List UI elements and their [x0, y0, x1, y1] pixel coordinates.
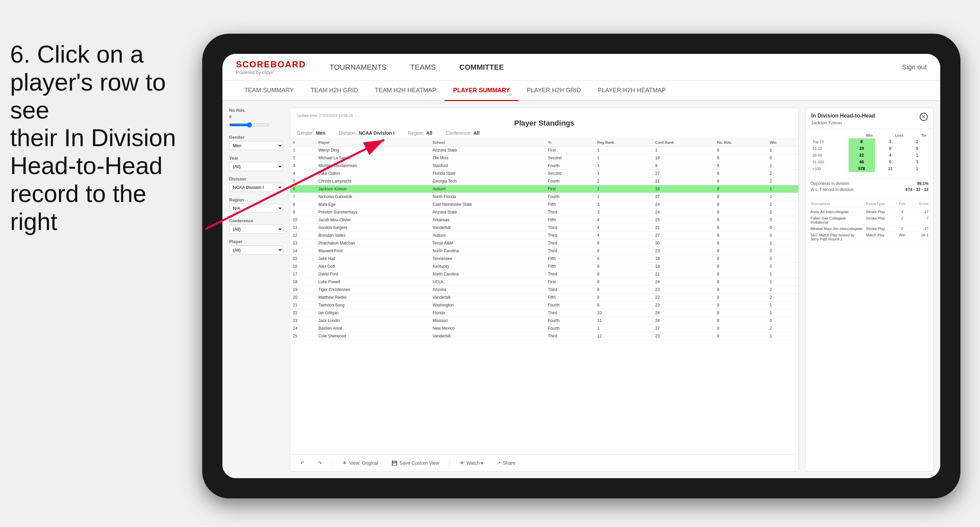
cell-yr: Fifth [545, 263, 595, 270]
tourn-name: Fallen Oak Collegiate Invitational [810, 216, 864, 224]
cell-reg: 1 [595, 162, 652, 170]
table-row[interactable]: 11 Gordon Sargent Vanderbilt Third 4 21 … [290, 224, 799, 232]
cell-yr: Third [545, 232, 595, 240]
nav-committee[interactable]: COMMITTEE [456, 54, 507, 81]
region-select[interactable]: N/A [229, 204, 283, 213]
cell-player: Wenyi Ding [316, 146, 430, 154]
table-row[interactable]: 22 Ian Gilligan Florida Third 10 24 8 1 [290, 309, 799, 317]
cell-yr: Fourth [545, 162, 595, 170]
sub-nav-player-h2h-grid[interactable]: PLAYER H2H GRID [518, 81, 589, 101]
cell-reg: 6 [595, 240, 652, 247]
cell-win: 2 [767, 325, 799, 332]
nav-teams[interactable]: TEAMS [407, 54, 439, 81]
table-row[interactable]: 24 Bastien Amat New Mexico Fourth 1 27 8… [290, 325, 799, 332]
h2h-tournaments: Tournament Event Type Pos Score Amer Ari… [806, 202, 933, 471]
table-row[interactable]: 14 Maxwell Ford North Carolina Third 6 2… [290, 247, 799, 255]
h2h-tie: 1 [906, 165, 929, 172]
table-row[interactable]: 10 Jacob Mou-Olivier Arkansas Fifth 4 25… [290, 216, 799, 224]
cell-num: 18 [290, 278, 316, 286]
table-row[interactable]: 9 Preston Summerhays Arizona State Third… [290, 208, 799, 216]
cell-conf: 24 [652, 317, 714, 325]
cell-win: 2 [767, 170, 799, 178]
panel-header: Update time: 27/03/2024 16:56:26 Player … [290, 108, 799, 139]
cell-player: Jackson Koivun [316, 185, 430, 193]
cell-reg: 1 [595, 193, 652, 201]
view-btn[interactable]: 👁 View: Original [339, 459, 382, 467]
gender-select[interactable]: Men [229, 141, 283, 150]
nav-tournaments[interactable]: TOURNAMENTS [326, 54, 390, 81]
sub-nav-player-summary[interactable]: PLAYER SUMMARY [444, 81, 518, 101]
undo-btn[interactable]: ↶ [297, 459, 308, 467]
table-row[interactable]: 23 Jack Lundin Missouri Fourth 11 24 8 0 [290, 317, 799, 325]
cell-win: 1 [767, 270, 799, 278]
cell-num: 15 [290, 255, 316, 263]
share-btn[interactable]: ↗ Share [493, 459, 519, 467]
cell-num: 13 [290, 240, 316, 247]
table-row[interactable]: 5 Christo Lamprecht Georgia Tech Fourth … [290, 178, 799, 185]
filter-conference: Conference: All [446, 130, 480, 136]
table-row[interactable]: 18 Luke Powell UCLA First 8 24 8 1 [290, 278, 799, 286]
cell-school: Arizona [430, 286, 545, 294]
h2h-stats: Opponents in division: 98.1% W-L-T recor… [806, 181, 933, 196]
cell-school: Texas A&M [430, 240, 545, 247]
player-select[interactable]: (All) [229, 246, 283, 255]
cell-yr: Fifth [545, 216, 595, 224]
division-select[interactable]: NCAA Division I [229, 183, 283, 192]
cell-player: Tiger Christensen [316, 286, 430, 294]
table-row[interactable]: 6 Jackson Koivun Auburn First 1 18 8 1 [290, 185, 799, 193]
table-row[interactable]: 17 David Ford North Carolina Third 8 21 … [290, 270, 799, 278]
table-row[interactable]: 7 Nicholas Gabrelcik North Florida Fourt… [290, 193, 799, 201]
h2h-win: 20 [849, 145, 875, 152]
cell-win: 1 [767, 146, 799, 154]
top-nav: SCOREBOARD Powered by clippi TOURNAMENTS… [223, 54, 940, 81]
table-row[interactable]: 15 Jake Hall Tennessee Fifth 6 18 8 0 [290, 255, 799, 263]
table-row[interactable]: 13 Phachakun Malchan Texas A&M Third 6 3… [290, 240, 799, 247]
cell-rds: 8 [714, 247, 767, 255]
instruction-text: 6. Click on a player's row to see their … [0, 40, 196, 236]
table-row[interactable]: 20 Matthew Riedel Vanderbilt Fifth 8 22 … [290, 294, 799, 302]
col-yr: Yr [545, 139, 595, 146]
table-row[interactable]: 8 Mats Ege East Tennessee State Fifth 1 … [290, 201, 799, 208]
table-row[interactable]: 1 Wenyi Ding Arizona State First 1 1 8 1 [290, 146, 799, 154]
cell-player: Luke Claton [316, 170, 430, 178]
cell-conf: 22 [652, 294, 714, 302]
cell-num: 17 [290, 270, 316, 278]
sub-nav-team-summary[interactable]: TEAM SUMMARY [236, 81, 302, 101]
table-row[interactable]: 12 Brendan Valles Auburn Third 4 27 8 0 [290, 232, 799, 240]
sidebar: No Rds. 6 Gender Men Year (All) [229, 108, 283, 471]
table-row[interactable]: 16 Alex Goff Kentucky Fifth 8 19 8 0 [290, 263, 799, 270]
sidebar-conference-label: Conference [229, 218, 283, 223]
cell-num: 14 [290, 247, 316, 255]
table-row[interactable]: 2 Michael La Sasso Ole Miss Second 1 18 … [290, 154, 799, 162]
redo-btn[interactable]: ↷ [314, 459, 325, 467]
table-row[interactable]: 3 Michael Thorbjornsen Stanford Fourth 1… [290, 162, 799, 170]
tourn-score: -17 [912, 227, 928, 231]
sub-nav-team-h2h-heatmap[interactable]: TEAM H2H HEATMAP [367, 81, 445, 101]
sub-nav-player-h2h-heatmap[interactable]: PLAYER H2H HEATMAP [589, 81, 674, 101]
cell-reg: 1 [595, 170, 652, 178]
table-row[interactable]: 19 Tiger Christensen Arizona Third 8 23 … [290, 286, 799, 294]
table-row[interactable]: 21 Taehoon Song Washington Fourth 6 23 8… [290, 302, 799, 309]
table-row[interactable]: 4 Luke Claton Florida State Second 1 27 … [290, 170, 799, 178]
cell-player: David Ford [316, 270, 430, 278]
cell-yr: First [545, 185, 595, 193]
cell-win: 0 [767, 224, 799, 232]
h2h-tie: 5 [906, 145, 929, 152]
cell-win: 0 [767, 232, 799, 240]
h2h-panel: In Division Head-to-Head Jackson Koivun … [805, 108, 934, 471]
sign-out-button[interactable]: Sign out [902, 63, 927, 71]
no-rds-slider[interactable] [229, 121, 270, 129]
h2h-close-btn[interactable]: ✕ [920, 113, 928, 121]
sub-nav-team-h2h-grid[interactable]: TEAM H2H GRID [302, 81, 367, 101]
filter-region: Region: All [408, 130, 433, 136]
year-select[interactable]: (All) [229, 162, 283, 171]
watch-btn[interactable]: 👁 Watch ▾ [456, 459, 487, 467]
save-view-btn[interactable]: 💾 Save Custom View [388, 459, 442, 467]
cell-win: 0 [767, 263, 799, 270]
cell-player: Jacob Mou-Olivier [316, 216, 430, 224]
table-row[interactable]: 25 Cole Sherwood Vanderbilt Third 12 23 … [290, 332, 799, 340]
table-header-row: # Player School Yr Reg Rank Conf Rank No… [290, 139, 799, 146]
conference-select[interactable]: (All) [229, 225, 283, 234]
cell-win: 0 [767, 247, 799, 255]
tourn-col-score: Score [912, 202, 928, 206]
